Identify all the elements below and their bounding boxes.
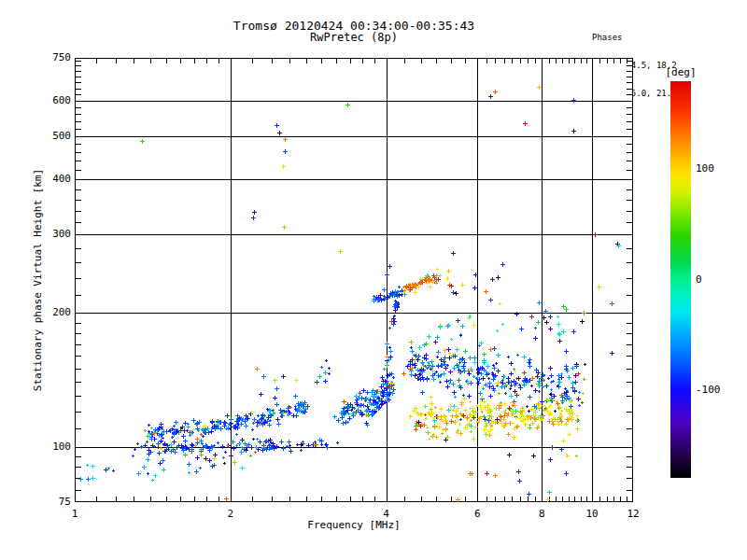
y-tick-label: 600: [39, 95, 71, 106]
x-axis-label: Frequency [MHz]: [75, 519, 633, 531]
colorbar: [670, 81, 691, 478]
colorbar-tick-label: 100: [696, 163, 714, 175]
ionogram-figure: Tromsø 20120424 00:34:00-00:35:43 RwPret…: [0, 0, 747, 560]
colorbar-unit-label: [deg]: [660, 66, 701, 78]
colorbar-tick-label: 0: [696, 274, 702, 286]
y-tick-label: 200: [39, 307, 71, 318]
x-tick-label: 4: [383, 508, 389, 520]
x-tick-label: 8: [539, 508, 545, 520]
scatter-plot-canvas: [75, 58, 633, 502]
x-tick-label: 1: [72, 508, 78, 520]
phase-stats-heading: Phases: [592, 33, 677, 42]
y-tick-label: 100: [39, 441, 71, 453]
y-tick-label: 75: [39, 497, 71, 508]
y-tick-label: 750: [39, 52, 71, 63]
colorbar-tick-label: -100: [696, 385, 721, 396]
x-tick-label: 10: [585, 508, 598, 520]
y-tick-label: 300: [39, 229, 71, 240]
y-axis-label: Stationary phase Virtual Height [km]: [32, 169, 44, 391]
y-tick-label: 500: [39, 131, 71, 142]
x-tick-label: 12: [627, 508, 639, 520]
y-tick-label: 400: [39, 174, 71, 185]
chart-subtitle: RwPretec (8p): [75, 31, 633, 44]
x-tick-label: 2: [227, 508, 233, 520]
x-tick-label: 6: [474, 508, 481, 520]
